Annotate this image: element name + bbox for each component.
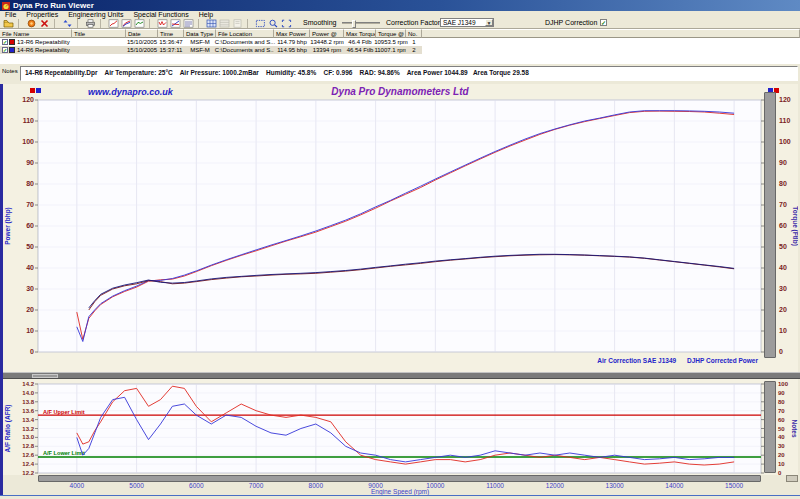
open-run-icon[interactable] <box>2 18 15 28</box>
svg-text:60: 60 <box>779 222 787 229</box>
run-table: File NameTitleDateTimeData TypeFile Loca… <box>0 28 800 64</box>
table-row[interactable]: ✓14-R6 Repeatability15/10/200515:37:11MS… <box>0 46 800 54</box>
column-header-date[interactable]: Date <box>126 29 158 38</box>
toolbar-separator <box>149 19 154 28</box>
column-header-torque-[interactable]: Torque @ <box>376 29 406 38</box>
table-view-icon[interactable] <box>218 18 231 28</box>
table-row[interactable]: ✓13-R6 Repeatability15/10/200515:36:47MS… <box>0 38 800 46</box>
svg-text:A/F Upper Limit: A/F Upper Limit <box>43 409 85 415</box>
correction-factor-select[interactable]: SAE J1349 ▼ <box>440 18 494 27</box>
run-table-header: File NameTitleDateTimeData TypeFile Loca… <box>0 29 800 38</box>
svg-text:50: 50 <box>779 243 787 250</box>
svg-text:110: 110 <box>23 117 34 124</box>
column-header-power-[interactable]: Power @ <box>310 29 344 38</box>
svg-text:30: 30 <box>26 285 34 292</box>
cell-torque_at: 11007.1 rpm <box>376 46 406 54</box>
delete-run-icon[interactable] <box>38 18 51 28</box>
svg-text:12.8: 12.8 <box>22 443 34 449</box>
window-title: Dyna Pro Run Viewer <box>13 1 94 10</box>
sort-runs-icon[interactable] <box>61 18 74 28</box>
report-view-icon[interactable] <box>231 18 244 28</box>
svg-text:40: 40 <box>778 434 785 440</box>
svg-text:110: 110 <box>779 117 790 124</box>
horizontal-scrollbar[interactable] <box>38 475 761 482</box>
menu-file[interactable]: File <box>0 11 21 18</box>
cell-max_torque: 46.54 Ftlb <box>344 46 376 54</box>
column-header-time[interactable]: Time <box>158 29 184 38</box>
cell-max_torque: 46.4 Ftlb <box>344 38 376 46</box>
cell-torque_at: 10953.5 rpm <box>376 38 406 46</box>
afr-chart-vertical-scrollbar[interactable] <box>764 381 776 473</box>
window-bottom-border <box>0 495 800 496</box>
column-header-file-location[interactable]: File Location <box>216 29 274 38</box>
splitter-grip-icon[interactable] <box>32 374 58 378</box>
x-tick-label: 5000 <box>125 482 149 489</box>
svg-text:80: 80 <box>779 180 787 187</box>
smoothing-label: Smoothing <box>303 19 336 26</box>
cell-no: 2 <box>406 46 422 54</box>
print-icon[interactable] <box>84 18 97 28</box>
smoothing-slider-thumb[interactable] <box>352 20 356 28</box>
afr-plot: A/F Upper LimitA/F Lower Limit12.212.412… <box>2 379 798 475</box>
svg-text:20: 20 <box>26 306 34 313</box>
column-header-no-[interactable]: No. <box>406 29 422 38</box>
zoom-in-icon[interactable] <box>267 18 280 28</box>
menu-properties[interactable]: Properties <box>21 11 63 18</box>
x-tick-label: 12000 <box>543 482 567 489</box>
svg-text:12.6: 12.6 <box>22 452 34 458</box>
svg-text:50: 50 <box>778 426 785 432</box>
column-header-data-type[interactable]: Data Type <box>184 29 216 38</box>
zoom-full-icon[interactable] <box>280 18 293 28</box>
svg-text:10: 10 <box>26 327 34 334</box>
graph-multi-icon[interactable] <box>169 18 182 28</box>
cell-file_name: ✓14-R6 Repeatability <box>0 46 72 54</box>
grid-view-icon[interactable] <box>205 18 218 28</box>
dyno-run-icon[interactable] <box>25 18 38 28</box>
cell-data_type: MSF-M <box>184 38 216 46</box>
menu-engineering-units[interactable]: Engineering Units <box>63 11 128 18</box>
svg-text:13.4: 13.4 <box>22 417 34 423</box>
power-torque-chart: www.dynapro.co.uk Dyna Pro Dynamometers … <box>2 84 798 372</box>
svg-text:14.0: 14.0 <box>22 390 34 396</box>
power-chart-vertical-scrollbar[interactable] <box>764 92 776 358</box>
run-file-name: 14-R6 Repeatability <box>17 47 70 53</box>
scrollbar-grip[interactable] <box>786 475 798 482</box>
afr-chart: A/F Upper LimitA/F Lower Limit12.212.412… <box>2 379 798 475</box>
svg-text:100: 100 <box>778 381 789 387</box>
svg-text:20: 20 <box>778 452 785 458</box>
run-visible-checkbox[interactable]: ✓ <box>2 47 8 53</box>
run-visible-checkbox[interactable]: ✓ <box>2 39 8 45</box>
column-header-max-torque[interactable]: Max Torque <box>344 29 376 38</box>
cell-data_type: MSF-M <box>184 46 216 54</box>
chart-splitter[interactable] <box>2 372 800 379</box>
svg-text:70: 70 <box>779 201 787 208</box>
column-header-max-power[interactable]: Max Power <box>274 29 310 38</box>
smoothing-slider[interactable] <box>342 22 380 24</box>
svg-text:0: 0 <box>778 470 782 475</box>
x-tick-label: 14000 <box>662 482 686 489</box>
djhp-correction-checkbox[interactable]: ✓ <box>600 19 607 26</box>
chevron-down-icon[interactable]: ▼ <box>485 19 493 26</box>
zoom-select-icon[interactable] <box>254 18 267 28</box>
menu-bar: FilePropertiesEngineering UnitsSpecial F… <box>0 11 800 18</box>
graph-afr-icon[interactable] <box>156 18 169 28</box>
toolbar-separator <box>100 19 105 28</box>
graph-torque-icon[interactable] <box>133 18 146 28</box>
svg-text:12.2: 12.2 <box>22 470 34 475</box>
column-header-title[interactable]: Title <box>72 29 126 38</box>
cell-file_name: ✓13-R6 Repeatability <box>0 38 72 46</box>
column-header-file-name[interactable]: File Name <box>0 29 72 38</box>
svg-text:20: 20 <box>779 306 787 313</box>
cell-title <box>72 38 126 46</box>
svg-text:12.4: 12.4 <box>22 461 34 467</box>
graph-notes-icon[interactable] <box>182 18 195 28</box>
svg-text:13.8: 13.8 <box>22 399 34 405</box>
menu-help[interactable]: Help <box>194 11 218 18</box>
notes-field[interactable]: 14-R6 Repeatability.Dpr Air Temperature:… <box>20 66 798 81</box>
graph-power-icon[interactable] <box>107 18 120 28</box>
cell-time: 15:37:11 <box>158 46 184 54</box>
menu-special-functions[interactable]: Special Functions <box>128 11 193 18</box>
notes-label: Notes <box>2 68 18 74</box>
x-tick-label: 7000 <box>244 482 268 489</box>
graph-compare-icon[interactable] <box>120 18 133 28</box>
